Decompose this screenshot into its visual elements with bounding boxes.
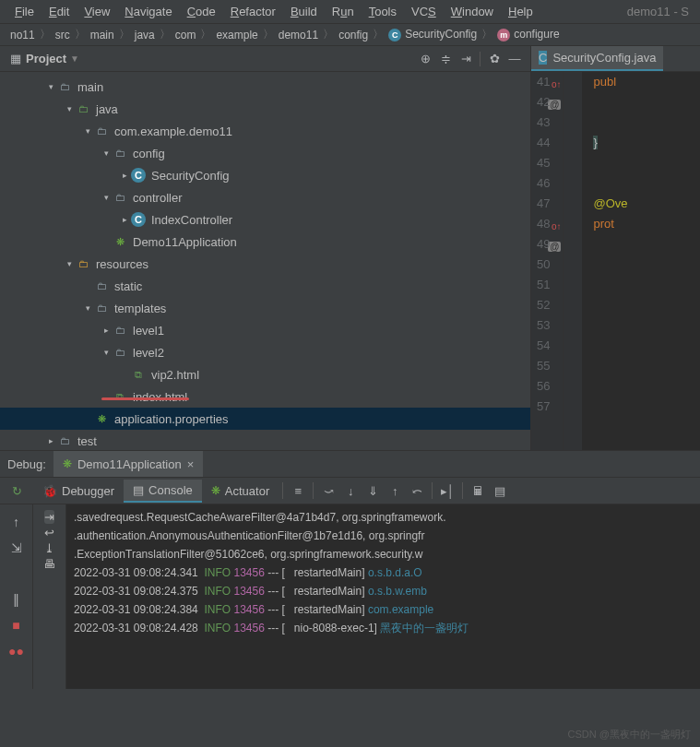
- menu-edit[interactable]: Edit: [42, 3, 77, 20]
- menu-run[interactable]: Run: [325, 3, 362, 20]
- crumb[interactable]: demo11: [276, 29, 321, 42]
- pause-icon[interactable]: ‖: [5, 587, 29, 611]
- tree-item[interactable]: ▾🗀com.example.demo11: [0, 120, 530, 142]
- crumb[interactable]: java: [132, 29, 158, 42]
- tree-item[interactable]: ▾🗀templates: [0, 297, 530, 319]
- gear-icon[interactable]: ✿: [484, 49, 504, 69]
- debug-label: Debug:: [7, 457, 46, 471]
- watermark: CSDN @黑夜中的一盏明灯: [568, 728, 691, 741]
- breadcrumb: no11〉 src〉 main〉 java〉 com〉 example〉 dem…: [0, 24, 700, 46]
- editor-tab[interactable]: C SecurityConfig.java: [531, 46, 663, 71]
- resume-icon[interactable]: [5, 562, 29, 586]
- bug-icon: 🐞: [42, 484, 57, 498]
- menu-code[interactable]: Code: [180, 3, 223, 20]
- console-icon: ▤: [133, 483, 144, 497]
- editor-code[interactable]: publ}@Oveprot: [564, 72, 638, 450]
- tree-item[interactable]: ▾🗀main: [0, 76, 530, 98]
- crumb[interactable]: example: [213, 29, 260, 42]
- tree-item[interactable]: ▾🗀level2: [0, 341, 530, 363]
- run-config-tab[interactable]: ❋ Demo11Application ×: [53, 451, 203, 477]
- menu-bar: File Edit View Navigate Code Refactor Bu…: [0, 0, 700, 24]
- collapse-all-icon[interactable]: ⇥: [456, 49, 476, 69]
- attach-icon[interactable]: ⇲: [5, 536, 29, 560]
- method-icon: m: [497, 29, 510, 42]
- spring-icon: ❋: [211, 484, 220, 497]
- tree-item[interactable]: ⧉index.html: [0, 385, 530, 408]
- threads-icon[interactable]: ≡: [287, 480, 309, 502]
- crumb[interactable]: src: [53, 29, 73, 42]
- close-icon[interactable]: ×: [187, 457, 195, 471]
- tree-item[interactable]: ❋Demo11Application: [0, 231, 530, 253]
- editor-tab-label: SecurityConfig.java: [552, 51, 656, 65]
- tab-console[interactable]: ▤ Console: [124, 480, 202, 503]
- menu-window[interactable]: Window: [444, 3, 501, 20]
- debug-tool-window: Debug: ❋ Demo11Application × ↻ 🐞 Debugge…: [0, 450, 700, 689]
- tree-item[interactable]: ⧉vip2.html: [0, 363, 530, 385]
- tree-item[interactable]: ▾🗀resources: [0, 253, 530, 275]
- menu-build[interactable]: Build: [283, 3, 325, 20]
- tab-actuator[interactable]: ❋ Actuator: [202, 480, 279, 502]
- project-title[interactable]: Project: [26, 52, 66, 65]
- editor-gutter[interactable]: 41o↑ @42434445464748o↑ @4950515253545556…: [531, 72, 564, 450]
- project-tree[interactable]: ▾🗀main▾🗀java▾🗀com.example.demo11▾🗀config…: [0, 72, 530, 450]
- tree-item[interactable]: ❋application.properties: [0, 408, 530, 430]
- rerun-icon[interactable]: ↻: [6, 480, 28, 502]
- tree-item[interactable]: ▾🗀controller: [0, 186, 530, 208]
- project-tool-window: ▦ Project ▼ ⊕ ≑ ⇥ ✿ — ▾🗀main▾🗀java▾🗀com.…: [0, 46, 531, 450]
- app-title: demo11 - S: [627, 5, 693, 18]
- menu-refactor[interactable]: Refactor: [223, 3, 283, 20]
- step-icon[interactable]: ⇥: [44, 510, 54, 524]
- tree-item[interactable]: ▸CSecurityConfig: [0, 164, 530, 186]
- tree-item[interactable]: ▾🗀config: [0, 142, 530, 164]
- stop-icon[interactable]: ■: [5, 613, 29, 637]
- breakpoints-icon[interactable]: ●●: [5, 639, 29, 663]
- tree-item[interactable]: ▸🗀test: [0, 430, 530, 450]
- menu-view[interactable]: View: [77, 3, 117, 20]
- project-view-icon[interactable]: ▦: [6, 49, 26, 69]
- force-step-into-icon[interactable]: ⇓: [362, 480, 384, 502]
- tree-item[interactable]: 🗀static: [0, 275, 530, 297]
- hide-icon[interactable]: —: [504, 49, 525, 69]
- crumb[interactable]: mconfigure: [494, 28, 562, 42]
- evaluate-icon[interactable]: 🖩: [467, 480, 489, 502]
- menu-tools[interactable]: Tools: [362, 3, 404, 20]
- crumb[interactable]: com: [172, 29, 199, 42]
- run-to-cursor-icon[interactable]: ▸│: [436, 480, 458, 502]
- locate-icon[interactable]: ⊕: [415, 49, 435, 69]
- tab-debugger[interactable]: 🐞 Debugger: [33, 480, 124, 502]
- crumb[interactable]: CSecurityConfig: [386, 28, 480, 42]
- class-icon: C: [388, 29, 401, 42]
- scroll-to-end-icon[interactable]: ⤓: [44, 541, 54, 555]
- spring-icon: ❋: [63, 457, 72, 470]
- crumb[interactable]: config: [336, 29, 371, 42]
- menu-navigate[interactable]: Navigate: [117, 3, 179, 20]
- step-out-icon[interactable]: ↑: [384, 480, 406, 502]
- class-icon: C: [539, 51, 547, 65]
- debug-side-toolbar: ↑ ⇲ ‖ ■ ●●: [0, 504, 33, 689]
- up-arrow-icon[interactable]: ↑: [5, 510, 29, 534]
- editor: C SecurityConfig.java 41o↑ @424344454647…: [531, 46, 700, 450]
- tree-item[interactable]: ▸CIndexController: [0, 208, 530, 231]
- console-side-toolbar: ⇥ ↩ ⤓ 🖶: [33, 504, 66, 689]
- step-into-icon[interactable]: ↓: [339, 480, 362, 502]
- console-output[interactable]: .savedrequest.RequestCacheAwareFilter@4a…: [66, 504, 700, 689]
- step-over-icon[interactable]: ⤻: [317, 480, 339, 502]
- drop-frame-icon[interactable]: ⤺: [406, 480, 428, 502]
- menu-vcs[interactable]: VCS: [404, 3, 444, 20]
- trace-icon[interactable]: ▤: [489, 480, 511, 502]
- menu-file[interactable]: File: [7, 3, 42, 20]
- crumb[interactable]: no11: [7, 29, 38, 42]
- crumb[interactable]: main: [88, 29, 117, 42]
- tree-item[interactable]: ▸🗀level1: [0, 319, 530, 341]
- expand-all-icon[interactable]: ≑: [435, 49, 456, 69]
- soft-wrap-icon[interactable]: ↩: [44, 526, 54, 540]
- menu-help[interactable]: Help: [501, 3, 540, 20]
- print-icon[interactable]: 🖶: [43, 557, 55, 571]
- tree-item[interactable]: ▾🗀java: [0, 98, 530, 120]
